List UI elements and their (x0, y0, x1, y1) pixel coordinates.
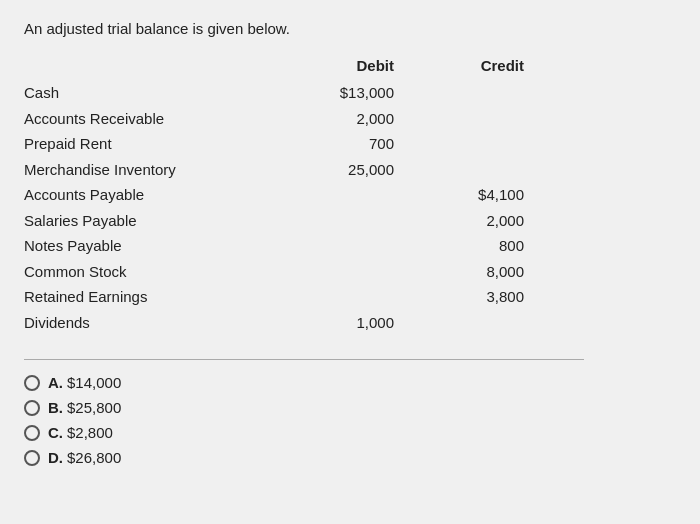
debit-value: 25,000 (304, 157, 424, 183)
answer-option[interactable]: D. $26,800 (24, 449, 676, 466)
table-row: Retained Earnings 3,800 (24, 284, 584, 310)
answer-value: $14,000 (67, 374, 121, 391)
answer-letter: B. (48, 399, 63, 416)
credit-value: 3,800 (424, 284, 544, 310)
answer-letter: C. (48, 424, 63, 441)
table-row: Accounts Payable $4,100 (24, 182, 584, 208)
table-row: Common Stock 8,000 (24, 259, 584, 285)
answer-value: $26,800 (67, 449, 121, 466)
answer-option[interactable]: B. $25,800 (24, 399, 676, 416)
account-name: Merchandise Inventory (24, 157, 304, 183)
answers-section: A. $14,000 B. $25,800 C. $2,800 D. $26,8… (24, 374, 676, 466)
debit-value: $13,000 (304, 80, 424, 106)
answer-option[interactable]: A. $14,000 (24, 374, 676, 391)
account-name: Cash (24, 80, 304, 106)
account-name: Accounts Payable (24, 182, 304, 208)
credit-value (424, 310, 544, 336)
answer-letter: A. (48, 374, 63, 391)
answer-letter: D. (48, 449, 63, 466)
credit-header: Credit (424, 57, 544, 74)
account-name: Accounts Receivable (24, 106, 304, 132)
debit-value (304, 259, 424, 285)
debit-value (304, 284, 424, 310)
answer-option[interactable]: C. $2,800 (24, 424, 676, 441)
answers-body: A. $14,000 B. $25,800 C. $2,800 D. $26,8… (24, 374, 676, 466)
answer-value: $25,800 (67, 399, 121, 416)
intro-text: An adjusted trial balance is given below… (24, 20, 676, 37)
credit-value: 2,000 (424, 208, 544, 234)
credit-value: 800 (424, 233, 544, 259)
table-row: Prepaid Rent 700 (24, 131, 584, 157)
debit-value (304, 182, 424, 208)
debit-value: 1,000 (304, 310, 424, 336)
table-row: Salaries Payable 2,000 (24, 208, 584, 234)
debit-value: 700 (304, 131, 424, 157)
table-row: Accounts Receivable 2,000 (24, 106, 584, 132)
debit-header: Debit (304, 57, 424, 74)
radio-circle[interactable] (24, 450, 40, 466)
debit-value (304, 208, 424, 234)
table-header-row: Debit Credit (24, 57, 584, 74)
answer-value: $2,800 (67, 424, 113, 441)
account-name: Salaries Payable (24, 208, 304, 234)
radio-circle[interactable] (24, 375, 40, 391)
account-name: Retained Earnings (24, 284, 304, 310)
credit-value: $4,100 (424, 182, 544, 208)
table-row: Notes Payable 800 (24, 233, 584, 259)
table-row: Cash $13,000 (24, 80, 584, 106)
table-body: Cash $13,000 Accounts Receivable 2,000 P… (24, 80, 584, 335)
table-row: Merchandise Inventory 25,000 (24, 157, 584, 183)
account-name: Prepaid Rent (24, 131, 304, 157)
credit-value (424, 106, 544, 132)
debit-value: 2,000 (304, 106, 424, 132)
radio-circle[interactable] (24, 425, 40, 441)
radio-circle[interactable] (24, 400, 40, 416)
credit-value (424, 80, 544, 106)
account-col-header (24, 57, 304, 74)
account-name: Notes Payable (24, 233, 304, 259)
account-name: Dividends (24, 310, 304, 336)
credit-value (424, 131, 544, 157)
credit-value (424, 157, 544, 183)
credit-value: 8,000 (424, 259, 544, 285)
trial-balance-table: Debit Credit Cash $13,000 Accounts Recei… (24, 57, 584, 335)
debit-value (304, 233, 424, 259)
divider (24, 359, 584, 360)
account-name: Common Stock (24, 259, 304, 285)
table-row: Dividends 1,000 (24, 310, 584, 336)
